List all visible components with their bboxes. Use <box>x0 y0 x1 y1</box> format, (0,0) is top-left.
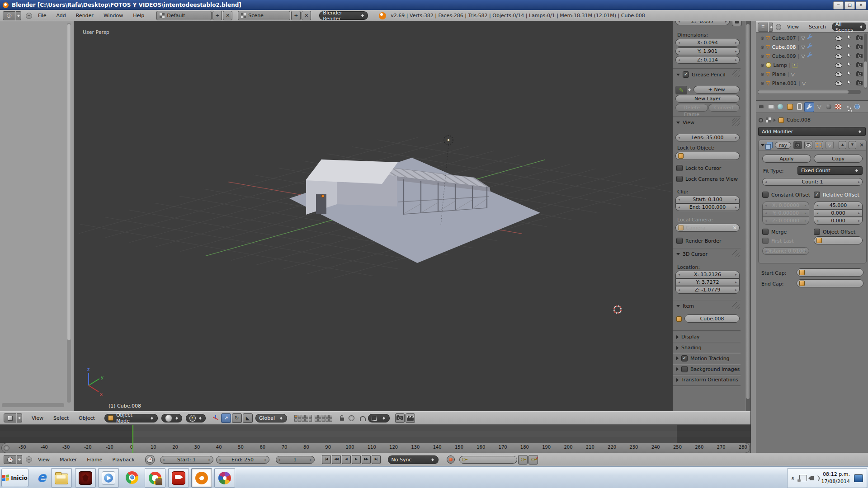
merge-checkbox[interactable] <box>762 229 769 235</box>
lens-slider[interactable]: Lens: 35.000 <box>675 134 740 141</box>
next-keyframe-button[interactable]: ▶▶ <box>362 455 371 464</box>
3d-viewport[interactable]: z y x User Persp (1) Cube.008 <box>74 21 672 411</box>
auto-keyframe-button[interactable] <box>447 455 455 464</box>
outliner-row-plane[interactable]: ⊕▽Plane|▽ <box>756 70 868 79</box>
constant-z-slider[interactable]: Z: 0.00000 <box>762 217 809 225</box>
constant-y-slider[interactable]: Y: 0.00000 <box>762 209 809 217</box>
move-modifier-up-button[interactable]: ▲ <box>839 141 846 149</box>
selectable-cursor-icon[interactable] <box>846 43 852 51</box>
play-reverse-button[interactable]: ◀ <box>342 455 351 464</box>
collapse-menus-icon[interactable]: − <box>26 456 32 463</box>
object-context-icon[interactable] <box>766 117 771 122</box>
first-last-row[interactable]: First Last <box>762 238 794 244</box>
mode-select[interactable]: Object Mode <box>104 414 158 422</box>
hidden-icons-chevron-icon[interactable]: « <box>790 476 797 480</box>
modifier-cage-toggle[interactable]: ▽ <box>826 141 834 149</box>
taskbar-app-chrome-profile[interactable] <box>145 468 165 488</box>
current-frame-field[interactable]: 1 <box>276 456 315 464</box>
renderable-camera-icon[interactable] <box>856 81 863 85</box>
window-title-bar[interactable]: Blender [C:\Users\Rafa\Desktop\FOTOS Y V… <box>0 0 868 10</box>
local-camera-field[interactable]: Camera ✕ <box>675 224 740 232</box>
cursor-y-slider[interactable]: Y: 3.7272 <box>675 278 740 286</box>
selectable-cursor-icon[interactable] <box>846 34 852 42</box>
taskbar-app-video-downloader[interactable] <box>168 468 189 488</box>
properties-tab-world[interactable] <box>776 102 785 111</box>
start-button[interactable]: Inicio <box>1 469 28 487</box>
layers-grid-right[interactable] <box>315 415 332 422</box>
menu-file[interactable]: File <box>33 13 51 19</box>
cursor-x-slider[interactable]: X: 13.2126 <box>675 271 740 278</box>
snap-element-select[interactable] <box>368 414 390 422</box>
clip-end-slider[interactable]: End: 1000.000 <box>675 203 740 211</box>
panel-grip-icon[interactable] <box>732 302 740 309</box>
expand-icon[interactable]: ⊕ <box>760 54 764 59</box>
render-border-checkbox[interactable] <box>676 238 683 244</box>
menu-select[interactable]: Select <box>48 415 74 421</box>
merge-distance-slider[interactable]: Distanc: 0.0100 <box>762 247 809 255</box>
timeline-tracks[interactable] <box>0 425 750 443</box>
lock-camera-checkbox[interactable] <box>676 176 683 182</box>
editor-type-chevrons-icon[interactable] <box>16 11 21 20</box>
minimize-button[interactable]: ─ <box>833 1 844 9</box>
clear-camera-icon[interactable]: ✕ <box>733 225 737 231</box>
previous-keyframe-button[interactable]: ◀◀ <box>332 455 341 464</box>
pivot-select[interactable] <box>186 414 206 422</box>
panel-grip-icon[interactable] <box>732 118 740 126</box>
outliner-filter-select[interactable]: All Scenes <box>832 23 866 31</box>
outliner-row-lamp[interactable]: ⊕Lamp| <box>756 61 868 70</box>
visibility-eye-icon[interactable] <box>835 54 842 59</box>
start-cap-field[interactable] <box>797 268 863 277</box>
dimension-z-slider[interactable]: Z: 0.114 <box>675 56 740 64</box>
expand-icon[interactable]: ⊕ <box>760 63 764 68</box>
relative-offset-row[interactable]: Relative Offset <box>814 192 859 198</box>
manipulator-translate-button[interactable]: ↗ <box>221 413 231 423</box>
menu-view[interactable]: View <box>33 457 55 463</box>
menu-render[interactable]: Render <box>71 13 99 19</box>
merge-row[interactable]: Merge <box>762 229 787 235</box>
expand-icon[interactable]: ⊕ <box>760 36 764 41</box>
npanel-scrollbar[interactable] <box>746 21 750 411</box>
background-images-checkbox[interactable] <box>681 366 688 372</box>
lock-to-cursor-row[interactable]: Lock to Cursor <box>676 165 721 171</box>
jump-to-start-button[interactable]: |◀ <box>322 455 331 464</box>
renderable-camera-icon[interactable] <box>856 72 863 76</box>
keying-set-field[interactable] <box>459 456 517 464</box>
screen-layout-selector[interactable]: Default <box>156 11 212 20</box>
add-scene-button[interactable]: + <box>291 11 301 20</box>
expand-icon[interactable]: ⊕ <box>760 45 764 50</box>
panel-grip-icon[interactable] <box>732 250 740 257</box>
tool-shelf-hscrollbar[interactable] <box>2 403 64 407</box>
dimension-x-slider[interactable]: X: 0.094 <box>675 39 740 47</box>
menu-add[interactable]: Add <box>51 13 71 19</box>
first-last-checkbox[interactable] <box>762 238 769 244</box>
lock-layers-button[interactable] <box>338 414 346 422</box>
modifier-editmode-toggle[interactable] <box>815 141 823 149</box>
properties-tab-render-layers[interactable] <box>766 102 775 111</box>
add-modifier-select[interactable]: Add Modifier <box>758 127 866 136</box>
properties-tab-object[interactable] <box>785 102 794 111</box>
renderable-camera-icon[interactable] <box>856 63 863 67</box>
lock-camera-row[interactable]: Lock Camera to View <box>676 176 738 182</box>
editor-type-outliner-icon[interactable]: ☰ <box>758 23 768 32</box>
opengl-render-button[interactable] <box>395 413 405 423</box>
properties-tab-physics[interactable] <box>853 102 862 111</box>
lock-to-object-field[interactable] <box>675 152 740 160</box>
selectable-cursor-icon[interactable] <box>846 80 852 87</box>
panel-header-shading[interactable]: Shading <box>676 345 702 351</box>
item-name-field[interactable]: Cube.008 <box>684 314 740 323</box>
orientation-select[interactable]: Global <box>255 414 287 422</box>
outliner-row-cube.007[interactable]: ⊕▽Cube.007|▽ <box>756 33 868 42</box>
panel-grip-icon[interactable] <box>732 70 740 77</box>
menu-playback[interactable]: Playback <box>107 457 139 463</box>
pin-icon[interactable] <box>759 118 763 122</box>
tray-clock[interactable]: 08:12 p.m. 17/08/2014 <box>821 471 850 486</box>
selectable-cursor-icon[interactable] <box>846 61 852 69</box>
collapse-menus-icon[interactable]: − <box>26 13 32 19</box>
outliner-row-cube.008[interactable]: ⊕▽Cube.008|▽ <box>756 42 868 52</box>
menu-marker[interactable]: Marker <box>55 457 82 463</box>
properties-tab-texture[interactable] <box>834 102 843 111</box>
constant-offset-row[interactable]: Constant Offset <box>762 192 810 198</box>
grease-pencil-source-button[interactable]: ✎ <box>675 86 687 94</box>
selectable-cursor-icon[interactable] <box>846 52 852 60</box>
manipulator-axis-icon[interactable] <box>211 414 220 422</box>
